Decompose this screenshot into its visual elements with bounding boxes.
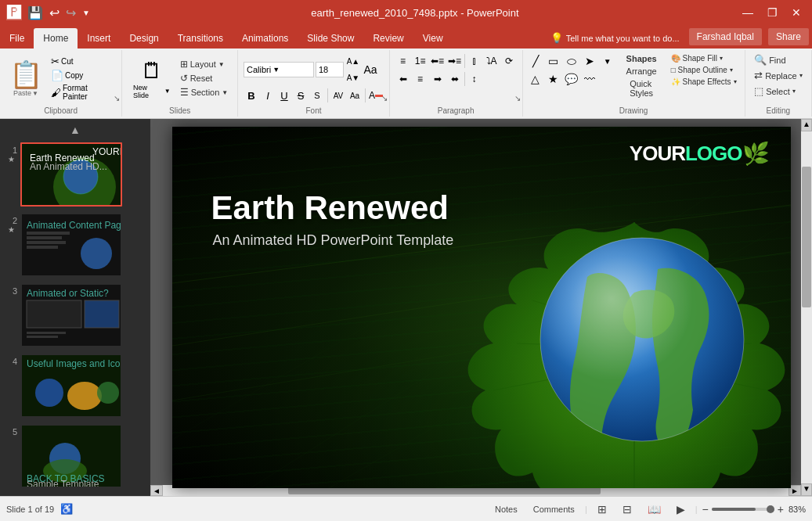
scroll-thumb[interactable] bbox=[802, 167, 811, 307]
slide-thumb-img-2[interactable]: Animated Content Page bbox=[20, 213, 122, 277]
decrease-indent[interactable]: ⬅≡ bbox=[430, 53, 446, 69]
tab-home[interactable]: Home bbox=[34, 28, 78, 49]
share-button[interactable]: Share bbox=[768, 28, 809, 45]
bullets-button[interactable]: ≡ bbox=[395, 53, 411, 69]
replace-button[interactable]: ⇄ Replace ▾ bbox=[751, 69, 805, 82]
close-button[interactable]: ✕ bbox=[787, 5, 806, 20]
zoom-thumb[interactable] bbox=[767, 505, 774, 513]
section-button[interactable]: ☰ Section ▼ bbox=[177, 86, 232, 99]
font-size-increase[interactable]: A▲ bbox=[345, 53, 361, 69]
scroll-left-button[interactable]: ◄ bbox=[150, 485, 163, 496]
slide-canvas[interactable]: Earth Renewed An Animated HD PowerPoint … bbox=[172, 127, 791, 488]
arrange-button[interactable]: Arrange bbox=[623, 66, 660, 77]
user-account[interactable]: Farshad Iqbal bbox=[689, 28, 762, 45]
text-direction[interactable]: ⤵A bbox=[484, 53, 500, 69]
slide-thumbnail-4[interactable]: 4 ★ Useful Images and Icons bbox=[3, 352, 147, 419]
tab-insert[interactable]: Insert bbox=[78, 28, 120, 49]
font-expand[interactable]: ↘ bbox=[381, 94, 388, 102]
shape-fill-button[interactable]: 🎨 Shape Fill ▾ bbox=[668, 53, 740, 63]
increase-indent[interactable]: ➡≡ bbox=[447, 53, 463, 69]
layout-button[interactable]: ⊞ Layout ▼ bbox=[177, 58, 232, 70]
cut-button[interactable]: ✂Cut bbox=[49, 55, 115, 68]
font-name-input[interactable]: Calibri ▼ bbox=[244, 62, 314, 77]
find-button[interactable]: 🔍 Find bbox=[751, 53, 789, 66]
tab-review[interactable]: Review bbox=[363, 28, 413, 49]
shape-curve[interactable]: 〰 bbox=[582, 71, 597, 87]
line-spacing[interactable]: ↕ bbox=[467, 71, 482, 87]
slide-thumb-img-5[interactable]: BACK TO BASICS Sample Template bbox=[20, 424, 122, 488]
strikethrough-button[interactable]: S bbox=[293, 88, 309, 103]
numbering-button[interactable]: 1≡ bbox=[413, 53, 428, 69]
shapes-button[interactable]: Shapes bbox=[623, 53, 660, 64]
shape-triangle[interactable]: △ bbox=[528, 71, 543, 87]
zoom-slider[interactable]: − + bbox=[702, 503, 784, 516]
undo-button[interactable]: ↩ bbox=[47, 5, 62, 21]
justify[interactable]: ⬌ bbox=[447, 71, 463, 87]
quick-styles-button[interactable]: QuickStyles bbox=[623, 78, 660, 99]
reading-view-button[interactable]: 📖 bbox=[642, 501, 666, 518]
columns-button[interactable]: ⫿ bbox=[467, 53, 482, 69]
notes-button[interactable]: Notes bbox=[489, 502, 523, 516]
underline-button[interactable]: U bbox=[276, 88, 292, 103]
clipboard-expand[interactable]: ↘ bbox=[114, 94, 120, 102]
slide-sorter-button[interactable]: ⊟ bbox=[617, 501, 637, 518]
minimize-button[interactable]: — bbox=[738, 5, 758, 20]
font-size-input[interactable]: 18 bbox=[316, 62, 344, 77]
slide-thumbnail-1[interactable]: 1 ★ Earth Renewed An Animated HD... YOUR… bbox=[3, 141, 147, 208]
redo-button[interactable]: ↪ bbox=[63, 5, 78, 21]
tab-transitions[interactable]: Transitions bbox=[168, 28, 233, 49]
copy-button[interactable]: 📄Copy bbox=[49, 69, 115, 82]
tab-view[interactable]: View bbox=[413, 28, 453, 49]
slide-thumbnail-5[interactable]: 5 ★ BACK TO BASICS Sample Template bbox=[3, 422, 147, 490]
clear-formatting[interactable]: Aa bbox=[363, 62, 378, 77]
restore-button[interactable]: ❐ bbox=[763, 5, 782, 20]
ribbon-help[interactable]: 💡 Tell me what you want to do... bbox=[544, 27, 686, 49]
save-button[interactable]: 💾 bbox=[25, 5, 45, 21]
font-size-decrease[interactable]: A▼ bbox=[345, 70, 361, 85]
slide-thumb-img-1[interactable]: Earth Renewed An Animated HD... YOURLOGO bbox=[20, 142, 122, 207]
shape-arrow[interactable]: ➤ bbox=[582, 53, 597, 69]
shape-rect[interactable]: ▭ bbox=[546, 53, 561, 69]
shadow-button[interactable]: S bbox=[309, 88, 325, 103]
shape-outline-button[interactable]: □ Shape Outline ▾ bbox=[668, 65, 740, 75]
convert-smartart[interactable]: ⟳ bbox=[501, 53, 517, 69]
character-spacing[interactable]: AV bbox=[330, 88, 346, 103]
shape-effects-button[interactable]: ✨ Shape Effects ▾ bbox=[668, 77, 740, 87]
normal-view-button[interactable]: ⊞ bbox=[592, 501, 612, 518]
zoom-percentage[interactable]: 83% bbox=[789, 505, 806, 514]
panel-scroll-down[interactable]: ▼ bbox=[3, 493, 147, 496]
bold-button[interactable]: B bbox=[244, 88, 259, 103]
align-right[interactable]: ➡ bbox=[430, 71, 446, 87]
shape-callout[interactable]: 💬 bbox=[564, 71, 579, 87]
reset-button[interactable]: ↺ Reset bbox=[177, 72, 232, 84]
align-left[interactable]: ⬅ bbox=[395, 71, 411, 87]
quick-access-more[interactable]: ▼ bbox=[80, 8, 92, 18]
shape-star[interactable]: ★ bbox=[546, 71, 561, 87]
scroll-down-button[interactable]: ▼ bbox=[801, 483, 812, 496]
slide-thumbnail-3[interactable]: 3 ★ Animated or Static? bbox=[3, 282, 147, 349]
scroll-up-button[interactable]: ▲ bbox=[801, 119, 812, 131]
shape-oval[interactable]: ⬭ bbox=[564, 53, 579, 69]
panel-scroll-up[interactable]: ▲ bbox=[3, 122, 147, 138]
zoom-in-button[interactable]: + bbox=[778, 503, 784, 516]
accessibility-icon[interactable]: ♿ bbox=[60, 503, 73, 515]
slideshow-button[interactable]: ▶ bbox=[671, 501, 691, 518]
tab-file[interactable]: File bbox=[0, 28, 34, 49]
italic-button[interactable]: I bbox=[260, 88, 276, 103]
paragraph-expand[interactable]: ↘ bbox=[514, 94, 521, 102]
format-painter-button[interactable]: 🖌Format Painter bbox=[49, 83, 115, 102]
zoom-track[interactable] bbox=[712, 508, 774, 511]
tab-design[interactable]: Design bbox=[120, 28, 168, 49]
slide-thumbnail-2[interactable]: 2 ★ Animated Content Page bbox=[3, 211, 147, 278]
vertical-scrollbar[interactable]: ▲ ▼ bbox=[801, 119, 812, 496]
shapes-more[interactable]: ▼ bbox=[600, 53, 615, 69]
slide-thumb-img-3[interactable]: Animated or Static? bbox=[20, 283, 122, 347]
zoom-out-button[interactable]: − bbox=[702, 503, 709, 516]
paste-button[interactable]: 📋 bbox=[6, 59, 45, 89]
tab-animations[interactable]: Animations bbox=[233, 28, 298, 49]
change-case[interactable]: Aa bbox=[347, 88, 363, 103]
new-slide-button[interactable]: 🗒 New Slide▼ bbox=[128, 56, 175, 101]
comments-button[interactable]: Comments bbox=[528, 502, 580, 516]
align-center[interactable]: ≡ bbox=[413, 71, 428, 87]
slide-thumb-img-4[interactable]: Useful Images and Icons bbox=[20, 354, 122, 418]
